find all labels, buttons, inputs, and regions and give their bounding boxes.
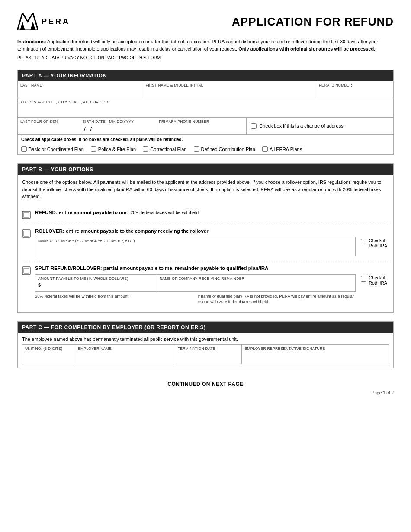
refund-option-main: REFUND: entire amount payable to me 20% … (35, 210, 389, 215)
address-row: ADDRESS–STREET, CITY, STATE, AND ZIP COD… (18, 98, 393, 117)
svg-marker-0 (17, 13, 38, 30)
change-address-cell: Check box if this is a change of address (247, 118, 393, 134)
unit-label: UNIT NO. (6 DIGITS) (25, 346, 72, 351)
employer-value[interactable] (78, 353, 172, 359)
term-date-value[interactable] (178, 353, 239, 359)
svg-rect-4 (24, 212, 29, 218)
rollover-company-label: NAME OF COMPANY (E.G. VANGUARD, FIDELITY… (35, 237, 355, 243)
split-fields-wrap: AMOUNT PAYABLE TO ME (IN WHOLE DOLLARS) … (35, 272, 356, 305)
change-address-label: Check box if this is a change of address (259, 123, 343, 128)
ssn-row: LAST FOUR OF SSN BIRTH DATE—MM/DD/YYYY /… (18, 117, 393, 134)
last-name-label: LAST NAME (20, 83, 140, 87)
plan-police-label: Police & Fire Plan (98, 147, 136, 152)
plan-police[interactable]: Police & Fire Plan (91, 146, 136, 152)
unit-value[interactable] (25, 353, 72, 359)
instructions-bold: Only applications with original signatur… (238, 46, 375, 51)
roth-ira-rollover-checkbox[interactable] (361, 239, 366, 244)
svg-marker-2 (30, 22, 35, 30)
page-header: PERA APPLICATION FOR REFUND (17, 13, 394, 30)
part-a-body: LAST NAME FIRST NAME & MIDDLE INITIAL PE… (18, 81, 393, 154)
plan-all-label: All PERA Plans (270, 147, 302, 152)
option-split: SPLIT REFUND/ROLLOVER: partial amount pa… (22, 261, 389, 309)
birth-date-label: BIRTH DATE—MM/DD/YYYY (83, 119, 153, 124)
phone-cell: PRIMARY PHONE NUMBER (156, 118, 247, 134)
ssn-cell: LAST FOUR OF SSN (18, 118, 80, 134)
split-note1: 20% federal taxes will be withheld from … (35, 293, 193, 305)
roth-ira-split-checkbox[interactable] (361, 276, 366, 282)
roth-ira-rollover-label: Check ifRoth IRA (369, 238, 387, 248)
change-address-row: Check box if this is a change of address (249, 123, 343, 129)
address-value[interactable] (20, 106, 391, 113)
part-c-section: PART C — FOR COMPLETION BY EMPLOYER (OR … (17, 321, 394, 368)
plan-defined[interactable]: Defined Contribution Plan (194, 146, 255, 152)
split-company-label: NAME OF COMPANY RECEIVING REMAINDER (160, 276, 353, 281)
ssn-value[interactable] (20, 125, 77, 132)
check-if-roth-split: Check ifRoth IRA (359, 273, 389, 287)
change-address-checkbox[interactable] (251, 123, 257, 129)
privacy-link-text: DATA PRIVACY NOTICE (48, 55, 96, 60)
plan-all-checkbox[interactable] (262, 146, 268, 152)
split-amount-value[interactable]: $ (38, 282, 154, 289)
first-name-label: FIRST NAME & MIDDLE INITIAL (146, 83, 313, 87)
footer: CONTINUED ON NEXT PAGE (17, 381, 394, 387)
unit-cell: UNIT NO. (6 DIGITS) (22, 345, 75, 364)
plan-basic-checkbox[interactable] (21, 146, 27, 152)
address-label: ADDRESS–STREET, CITY, STATE, AND ZIP COD… (20, 100, 391, 104)
instructions-block: Instructions: Application for refund wil… (17, 38, 394, 52)
pera-id-label: PERA ID NUMBER (319, 83, 391, 87)
sig-label: EMPLOYER REPRESENTATIVE SIGNATURE (244, 346, 386, 351)
page-title: APPLICATION FOR REFUND (232, 15, 394, 29)
sig-cell: EMPLOYER REPRESENTATIVE SIGNATURE (242, 345, 389, 364)
plan-correctional-checkbox[interactable] (143, 146, 148, 152)
first-name-value[interactable] (146, 89, 313, 96)
employer-label: EMPLOYER NAME (78, 346, 172, 351)
term-date-cell: TERMINATION DATE (175, 345, 242, 364)
rollover-company-field: NAME OF COMPANY (E.G. VANGUARD, FIDELITY… (35, 237, 356, 256)
plan-correctional-label: Correctional Plan (150, 147, 186, 152)
split-radio-icon[interactable] (22, 266, 31, 275)
split-amount-label: AMOUNT PAYABLE TO ME (IN WHOLE DOLLARS) (38, 276, 154, 281)
employer-cell: EMPLOYER NAME (75, 345, 175, 364)
option-rollover: ROLLOVER: entire amount payable to the c… (22, 224, 389, 261)
part-b-header: PART B — YOUR OPTIONS (18, 164, 393, 175)
check-notice: Check all applicable boxes. If no boxes … (21, 137, 390, 142)
plan-correctional[interactable]: Correctional Plan (143, 146, 186, 152)
part-c-body: The employee named above has permanently… (18, 333, 393, 368)
part-b-body: Choose one of the options below. All pay… (18, 175, 393, 312)
rollover-title: ROLLOVER: entire amount payable to the c… (35, 228, 389, 234)
logo-text: PERA (42, 17, 70, 26)
split-amount-cell: AMOUNT PAYABLE TO ME (IN WHOLE DOLLARS) … (35, 275, 157, 291)
part-a-section: PART A — YOUR INFORMATION LAST NAME FIRS… (17, 70, 394, 155)
pera-id-value[interactable] (319, 89, 391, 96)
part-c-intro: The employee named above has permanently… (22, 337, 389, 342)
first-name-cell: FIRST NAME & MIDDLE INITIAL (143, 81, 316, 98)
plan-basic[interactable]: Basic or Coordinated Plan (21, 146, 84, 152)
last-name-cell: LAST NAME (18, 81, 143, 98)
svg-marker-1 (20, 22, 25, 30)
plans-row: Check all applicable boxes. If no boxes … (18, 134, 393, 154)
rollover-radio-icon[interactable] (22, 229, 31, 238)
birth-date-value[interactable]: / / (83, 125, 153, 132)
privacy-notice: Please read DATA PRIVACY NOTICE on page … (17, 55, 394, 60)
refund-subtitle: 20% federal taxes will be withheld (130, 210, 199, 215)
plan-police-checkbox[interactable] (91, 146, 96, 152)
phone-label: PRIMARY PHONE NUMBER (159, 119, 244, 124)
last-name-value[interactable] (20, 89, 140, 96)
plan-defined-checkbox[interactable] (194, 146, 199, 152)
phone-value[interactable] (159, 125, 244, 132)
option-refund: REFUND: entire amount payable to me 20% … (22, 205, 389, 224)
plan-defined-label: Defined Contribution Plan (201, 147, 255, 152)
split-company-value[interactable] (160, 282, 353, 289)
refund-radio-icon[interactable] (22, 211, 31, 219)
sig-value[interactable] (244, 353, 386, 359)
footer-continued: CONTINUED ON NEXT PAGE (167, 381, 243, 387)
rollover-row: NAME OF COMPANY (E.G. VANGUARD, FIDELITY… (35, 234, 389, 256)
rollover-fields: NAME OF COMPANY (E.G. VANGUARD, FIDELITY… (35, 234, 356, 256)
rollover-company-input[interactable] (35, 243, 355, 256)
part-b-intro: Choose one of the options below. All pay… (22, 179, 389, 200)
part-c-header: PART C — FOR COMPLETION BY EMPLOYER (OR … (18, 322, 393, 333)
ssn-label: LAST FOUR OF SSN (20, 119, 77, 124)
logo-area: PERA (17, 13, 70, 30)
roth-ira-split-label: Check ifRoth IRA (369, 275, 387, 285)
plan-all[interactable]: All PERA Plans (262, 146, 302, 152)
